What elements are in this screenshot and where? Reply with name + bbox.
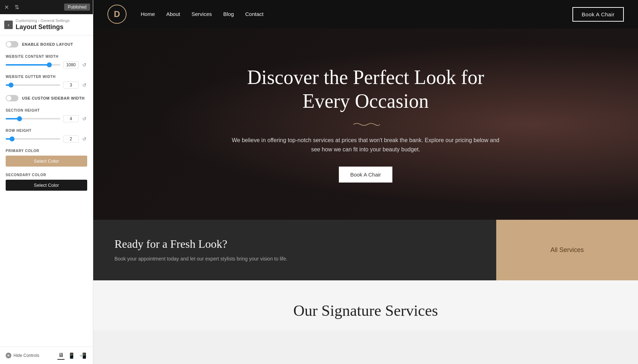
- row-height-reset[interactable]: ↺: [82, 136, 87, 142]
- fresh-look-title: Ready for a Fresh Look?: [114, 237, 475, 251]
- primary-color-label: Primary Color: [6, 149, 87, 153]
- secondary-color-label: Secondary Color: [6, 173, 87, 177]
- secondary-color-group: Secondary Color Select Color: [6, 173, 87, 191]
- nav-cta-button[interactable]: Book A Chair: [572, 7, 624, 22]
- section-height-input[interactable]: 4: [63, 115, 79, 122]
- mobile-view-button[interactable]: 📲: [79, 351, 87, 360]
- sidebar-topbar: ✕ ⇅ Published: [0, 0, 93, 14]
- content-width-thumb[interactable]: [47, 62, 52, 67]
- row-height-thumb[interactable]: [10, 136, 15, 141]
- sidebar-header: ‹ Customizing › General Settings Layout …: [0, 14, 93, 35]
- sidebar: ✕ ⇅ Published ‹ Customizing › General Se…: [0, 0, 93, 364]
- site-preview: D Home About Services Blog Contact Book …: [93, 0, 638, 364]
- nav-link-contact[interactable]: Contact: [245, 11, 264, 17]
- primary-color-button[interactable]: Select Color: [6, 156, 87, 167]
- row-height-input[interactable]: 2: [63, 135, 79, 142]
- hide-controls-button[interactable]: 👁 Hide Controls: [6, 353, 39, 358]
- section-height-slider-row: 4 ↺: [6, 115, 87, 122]
- content-width-input[interactable]: 1080: [63, 61, 79, 68]
- hide-controls-icon: 👁: [6, 353, 11, 358]
- all-services-section: All Services: [496, 220, 638, 280]
- custom-sidebar-label: Use Custom Sidebar Width: [22, 96, 85, 100]
- all-services-label: All Services: [550, 246, 584, 254]
- bottom-section: Ready for a Fresh Look? Book your appoin…: [93, 220, 638, 280]
- gutter-width-reset[interactable]: ↺: [82, 82, 87, 88]
- hide-controls-label: Hide Controls: [13, 353, 39, 358]
- site-nav: D Home About Services Blog Contact Book …: [93, 0, 638, 28]
- gutter-width-input[interactable]: 3: [63, 82, 79, 89]
- custom-sidebar-row: Use Custom Sidebar Width: [6, 95, 87, 101]
- breadcrumb: Customizing › General Settings: [16, 18, 69, 23]
- hero-subtitle: We believe in offering top-notch service…: [231, 136, 500, 154]
- view-icons: 🖥 📱 📲: [57, 351, 87, 360]
- close-icon[interactable]: ✕: [3, 2, 10, 12]
- nav-link-home[interactable]: Home: [141, 11, 155, 17]
- swap-icon[interactable]: ⇅: [13, 2, 21, 12]
- section-height-thumb[interactable]: [17, 116, 22, 121]
- nav-link-about[interactable]: About: [166, 11, 180, 17]
- tablet-view-button[interactable]: 📱: [67, 351, 76, 360]
- content-width-label: Website Content Width: [6, 55, 87, 58]
- gutter-width-group: Website Gutter Width 3 ↺: [6, 75, 87, 89]
- row-height-group: Row Height 2 ↺: [6, 129, 87, 142]
- desktop-view-button[interactable]: 🖥: [57, 351, 65, 360]
- row-height-slider[interactable]: [6, 138, 60, 140]
- section-height-label: Section Height: [6, 108, 87, 112]
- content-width-reset[interactable]: ↺: [82, 62, 87, 68]
- gutter-width-label: Website Gutter Width: [6, 75, 87, 79]
- nav-link-blog[interactable]: Blog: [223, 11, 234, 17]
- primary-color-group: Primary Color Select Color: [6, 149, 87, 167]
- gutter-width-slider[interactable]: [6, 84, 60, 86]
- boxed-layout-toggle[interactable]: [6, 41, 18, 47]
- hero-section: Discover the Perfect Look for Every Occa…: [93, 28, 638, 220]
- signature-title: Our Signature Services: [107, 302, 624, 320]
- nav-link-services[interactable]: Services: [191, 11, 212, 17]
- gutter-width-slider-row: 3 ↺: [6, 82, 87, 89]
- row-height-label: Row Height: [6, 129, 87, 133]
- boxed-layout-row: Enable Boxed Layout: [6, 41, 87, 47]
- custom-sidebar-toggle[interactable]: [6, 95, 18, 101]
- page-title: Layout Settings: [16, 23, 69, 31]
- content-width-slider-row: 1080 ↺: [6, 61, 87, 68]
- content-width-fill: [6, 64, 49, 66]
- row-height-slider-row: 2 ↺: [6, 135, 87, 142]
- gutter-width-thumb[interactable]: [9, 83, 13, 88]
- signature-section: Our Signature Services: [93, 280, 638, 330]
- nav-links: Home About Services Blog Contact: [141, 11, 572, 17]
- fresh-look-text: Book your appointment today and let our …: [114, 255, 475, 263]
- sidebar-footer: 👁 Hide Controls 🖥 📱 📲: [0, 347, 93, 364]
- boxed-layout-label: Enable Boxed Layout: [22, 42, 73, 46]
- secondary-color-button[interactable]: Select Color: [6, 180, 87, 191]
- published-badge: Published: [64, 4, 90, 11]
- hero-divider: [231, 122, 500, 127]
- content-width-group: Website Content Width 1080 ↺: [6, 55, 87, 68]
- sidebar-header-text: Customizing › General Settings Layout Se…: [16, 18, 69, 31]
- section-height-slider[interactable]: [6, 118, 60, 119]
- content-width-slider[interactable]: [6, 64, 60, 66]
- hero-content: Discover the Perfect Look for Every Occa…: [224, 66, 508, 183]
- hero-title: Discover the Perfect Look for Every Occa…: [231, 66, 500, 113]
- sidebar-content: Enable Boxed Layout Website Content Widt…: [0, 35, 93, 347]
- hero-cta-button[interactable]: Book A Chair: [339, 167, 392, 183]
- site-logo: D: [107, 5, 127, 24]
- fresh-look-section: Ready for a Fresh Look? Book your appoin…: [93, 220, 496, 280]
- back-button[interactable]: ‹: [4, 21, 13, 29]
- section-height-group: Section Height 4 ↺: [6, 108, 87, 122]
- section-height-reset[interactable]: ↺: [82, 116, 87, 122]
